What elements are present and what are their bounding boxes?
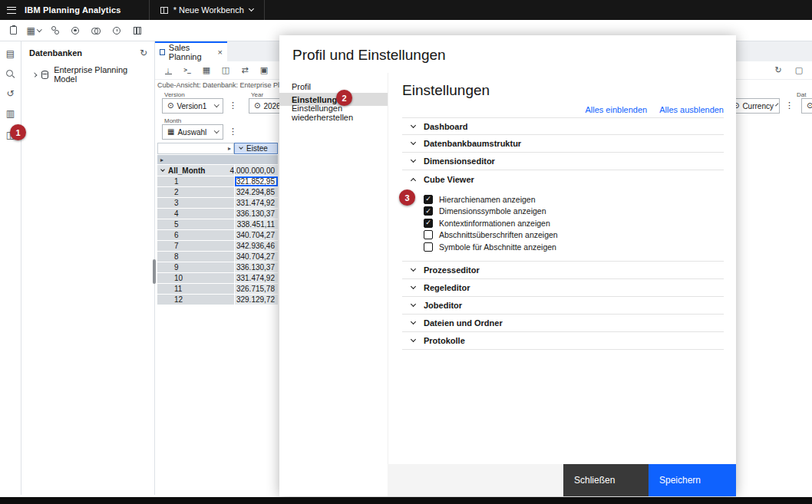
year-label: Year [251,91,263,98]
save-button[interactable]: Speichern [649,464,736,496]
close-tab-button[interactable]: × [218,48,223,57]
row-header[interactable]: 7 [157,241,234,251]
section-prozesseditor[interactable]: Prozesseditor [402,262,724,279]
grid-cell-selected[interactable]: 321.852,95 [235,176,278,186]
checkbox[interactable] [424,230,433,239]
grid-cell[interactable]: 324.294,85 [235,187,278,197]
currency-overflow-button[interactable]: ⋮ [785,101,794,110]
checkbox[interactable] [424,242,433,252]
rail-search-button[interactable] [0,64,21,83]
settings-button[interactable] [67,22,84,39]
close-button[interactable]: Schließen [563,464,649,496]
checkbox[interactable] [424,195,433,204]
workbench-tab[interactable]: * Neue Workbench [149,0,265,20]
console-button[interactable]: >_ [180,64,194,77]
hamburger-icon [7,7,16,14]
section-regeleditor[interactable]: Regeleditor [402,279,724,297]
tree-item-enterprise-planning-model[interactable]: Enterprise Planning Model [21,62,154,87]
nav-item-einstellungen-wiederherstellen[interactable]: Einstellungen wiederherstellen [279,106,388,119]
clipboard-button[interactable] [5,22,21,39]
option-abschnittsueberschriften-anzeigen[interactable]: Abschnittsüberschriften anzeigen [424,229,724,242]
checkbox[interactable] [424,219,433,228]
column-header-eistee[interactable]: Eistee [234,143,278,154]
month-select[interactable]: ▦ Auswahl [162,124,223,140]
section-cube-viewer[interactable]: Cube Viewer [402,170,724,188]
row-header[interactable]: 1 [157,176,234,186]
maximize-button[interactable]: ▢ [792,64,806,77]
chart-view-button[interactable]: ◫ [219,64,233,77]
grid-cell[interactable]: 326.715,78 [235,284,278,294]
grid-cell[interactable]: 342.936,46 [235,241,278,251]
date-select[interactable]: ⊙ [801,98,812,114]
hierarchy-button[interactable] [46,22,63,39]
month-label: Month [164,117,181,124]
copy-view-button[interactable]: ▣ [257,64,271,77]
grid-cell[interactable]: 329.129,72 [235,295,278,305]
grid-row: 4 336.130,37 [157,209,278,219]
grid-cell[interactable]: 340.704,27 [235,230,278,240]
version-label: Version [164,91,185,98]
row-header[interactable]: 3 [157,198,234,208]
export-button[interactable]: ↓ [161,64,175,77]
row-header[interactable]: 6 [157,230,234,240]
row-header[interactable]: 5 [157,219,234,229]
option-symbole-fuer-abschnitte-anzeigen[interactable]: Symbole für Abschnitte anzeigen [424,241,724,253]
modal-nav: Profil Einstellungen Einstellungen wiede… [279,80,388,119]
rail-report-button[interactable]: ▤ [0,44,21,63]
row-header-all-month[interactable]: All_Month [157,165,234,176]
chevron-down-icon [411,336,416,341]
row-header[interactable]: 8 [157,252,234,262]
rail-history-button[interactable]: ↺ [0,84,21,103]
link-button[interactable] [87,22,104,39]
section-datenbankbaumstruktur[interactable]: Datenbankbaumstruktur [402,135,724,153]
row-header[interactable]: 9 [157,262,234,272]
databases-panel: Datenbanken ↻ Enterprise Planning Model [21,41,155,495]
download-icon: ↓ [165,66,172,74]
collapse-all-link[interactable]: Alles ausblenden [659,105,724,114]
tab-sales-planning[interactable]: Sales Planning × [155,41,227,61]
option-kontextinformationen-anzeigen[interactable]: Kontextinformationen anzeigen [424,217,724,229]
row-header[interactable]: 2 [157,187,234,197]
grid-cell-total[interactable]: 4.000.000,00 [235,165,278,176]
tab-label: Sales Planning [169,43,214,61]
expand-all-link[interactable]: Alles einblenden [585,105,647,114]
grid-corner-cell[interactable]: ▸ [157,143,234,154]
row-header[interactable]: 12 [157,295,234,305]
chevron-down-icon [411,318,416,324]
grid-view-button[interactable]: ▦ [200,64,213,77]
rail-book-button[interactable]: ▥ [0,104,21,123]
refresh-right-button[interactable]: ↻ [771,64,785,77]
refresh-databases-button[interactable]: ↻ [140,48,147,58]
grid-cell[interactable]: 338.451,11 [235,219,278,229]
nav-item-profil[interactable]: Profil [279,80,388,93]
main-menu-button[interactable] [0,0,23,20]
row-header[interactable]: 4 [157,209,234,219]
section-jobeditor[interactable]: Jobeditor [402,297,724,315]
grid-cell[interactable]: 340.704,27 [235,252,278,262]
month-overflow-button[interactable]: ⋮ [229,127,237,136]
option-dimensionssymbole-anzeigen[interactable]: Dimensionssymbole anzeigen [424,206,724,218]
version-select[interactable]: ⊙ Version1 [162,98,223,114]
grid-dimension-row[interactable]: ▸ [157,155,278,164]
section-dimensionseditor[interactable]: Dimensionseditor [402,153,724,170]
section-dashboard[interactable]: Dashboard [402,117,724,135]
view-menu-button[interactable]: ▦ [25,22,42,39]
row-header[interactable]: 10 [157,273,234,283]
section-protokolle[interactable]: Protokolle [402,332,724,350]
recent-button[interactable] [108,22,125,39]
grid-cell[interactable]: 331.474,92 [235,198,278,208]
tree-scrollbar[interactable] [153,259,156,284]
grid-row: 8 340.704,27 [157,252,278,262]
row-header[interactable]: 11 [157,284,234,294]
databases-panel-header: Datenbanken ↻ [21,41,154,62]
grid-cell[interactable]: 331.474,92 [235,273,278,283]
version-overflow-button[interactable]: ⋮ [229,101,237,110]
checkbox[interactable] [424,206,433,216]
grid-cell[interactable]: 336.130,37 [235,209,278,219]
option-hierarchienamen-anzeigen[interactable]: Hierarchienamen anzeigen [424,193,724,206]
swap-axes-button[interactable]: ⇄ [238,64,252,77]
columns-button[interactable] [129,22,146,39]
row-header-label: All_Month [168,166,205,175]
grid-cell[interactable]: 336.130,37 [235,262,278,272]
section-dateien-und-ordner[interactable]: Dateien und Ordner [402,315,724,332]
